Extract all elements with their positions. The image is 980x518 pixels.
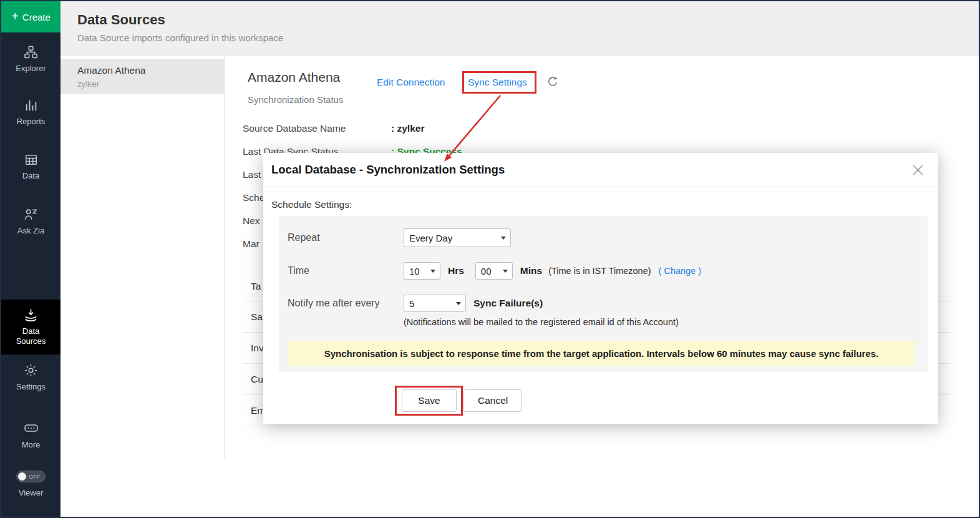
- hours-select[interactable]: 10: [404, 262, 440, 280]
- plus-icon: +: [11, 10, 19, 22]
- source-name: Amazon Athena: [77, 65, 224, 76]
- refresh-icon[interactable]: [546, 76, 559, 90]
- detail-title: Amazon Athena: [248, 70, 340, 85]
- viewer-label: Viewer: [19, 488, 44, 498]
- field-label: Source Database Name: [243, 123, 391, 135]
- schedule-panel: Repeat Every Day Time 10 Hrs: [279, 216, 928, 372]
- minutes-select[interactable]: 00: [475, 262, 513, 280]
- field-value: : zylker: [391, 123, 424, 135]
- toggle-knob: [18, 472, 26, 481]
- create-button[interactable]: + Create: [1, 1, 61, 32]
- sidebar-item-label: Reports: [17, 117, 46, 127]
- sidebar-item-label: Explorer: [16, 64, 46, 74]
- sidebar-item-label: More: [22, 440, 41, 450]
- dialog-actions: Save Cancel: [402, 389, 522, 412]
- page-header: Data Sources Data Source imports configu…: [61, 1, 979, 56]
- tables-section-header: Ta: [251, 281, 261, 292]
- field-row: Source Database Name : zylker: [243, 123, 424, 135]
- time-label: Time: [288, 265, 404, 276]
- repeat-label: Repeat: [288, 232, 404, 243]
- sync-settings-link[interactable]: Sync Settings: [468, 77, 527, 88]
- create-button-label: Create: [22, 12, 51, 22]
- sidebar-item-label: Settings: [16, 382, 46, 392]
- sidebar-item-label: Data: [22, 171, 39, 181]
- data-table-icon: [24, 153, 38, 167]
- repeat-select[interactable]: Every Day: [404, 228, 511, 247]
- more-ellipsis-icon: [24, 421, 39, 436]
- sidebar-item-settings[interactable]: Settings: [1, 363, 61, 392]
- table-row-label: Inv: [251, 343, 264, 354]
- sync-warning-banner: Synchronisation is subject to response t…: [288, 341, 915, 366]
- sidebar-item-label: Ask Zia: [17, 226, 44, 236]
- sidebar-item-more[interactable]: More: [1, 421, 61, 450]
- dialog-title: Local Database - Synchronization Setting…: [271, 163, 505, 177]
- close-icon[interactable]: [911, 164, 924, 177]
- sync-failures-unit-label: Sync Failure(s): [473, 298, 543, 309]
- table-row-label: Sa: [251, 311, 263, 323]
- viewer-toggle[interactable]: OFF: [16, 471, 46, 482]
- dialog-header: Local Database - Synchronization Setting…: [263, 153, 938, 187]
- sidebar-item-label: Data Sources: [9, 326, 54, 347]
- ask-zia-icon: [24, 207, 38, 222]
- gear-icon: [24, 363, 38, 378]
- app-window: + Create Explorer Reports Data Ask: [0, 0, 980, 518]
- hrs-unit-label: Hrs: [448, 265, 464, 276]
- timezone-note: (Time is in IST Timezone): [548, 266, 651, 276]
- page-title: Data Sources: [77, 12, 979, 28]
- schedule-settings-label: Schedule Settings:: [271, 199, 352, 210]
- save-button[interactable]: Save: [402, 389, 457, 412]
- time-row: Time 10 Hrs 00 Mins (Time is in IST Time…: [288, 261, 915, 281]
- sidebar-item-reports[interactable]: Reports: [1, 99, 61, 127]
- sidebar-viewer-section: OFF Viewer: [1, 471, 61, 498]
- change-timezone-link[interactable]: ( Change ): [659, 266, 702, 276]
- sync-settings-dialog: Local Database - Synchronization Setting…: [263, 153, 938, 424]
- sidebar-item-explorer[interactable]: Explorer: [1, 45, 61, 74]
- explorer-icon: [24, 45, 38, 59]
- table-row-label: Cu: [251, 374, 263, 385]
- sidebar-item-ask-zia[interactable]: Ask Zia: [1, 207, 61, 236]
- cancel-button[interactable]: Cancel: [463, 389, 522, 412]
- notify-label: Notify me after every: [288, 298, 404, 309]
- toggle-state-label: OFF: [29, 474, 41, 480]
- sync-failures-select[interactable]: 5: [404, 295, 466, 312]
- notification-note: (Notifications will be mailed to the reg…: [404, 317, 679, 327]
- repeat-row: Repeat Every Day: [288, 227, 915, 248]
- edit-connection-link[interactable]: Edit Connection: [377, 77, 445, 88]
- sidebar: + Create Explorer Reports Data Ask: [1, 1, 61, 517]
- sidebar-item-data[interactable]: Data: [1, 153, 61, 181]
- source-workspace: zylker: [77, 79, 224, 89]
- notify-row: Notify me after every 5 Sync Failure(s): [288, 293, 915, 313]
- mins-unit-label: Mins: [520, 265, 542, 276]
- source-list-panel: Amazon Athena zylker: [61, 56, 224, 517]
- source-list-item[interactable]: Amazon Athena zylker: [61, 59, 224, 94]
- sync-status-subtitle: Synchronization Status: [248, 94, 343, 105]
- sidebar-item-data-sources[interactable]: Data Sources: [1, 300, 61, 354]
- reports-icon: [24, 99, 38, 112]
- page-subtitle: Data Source imports configured in this w…: [77, 32, 979, 43]
- data-sources-icon: [24, 308, 38, 322]
